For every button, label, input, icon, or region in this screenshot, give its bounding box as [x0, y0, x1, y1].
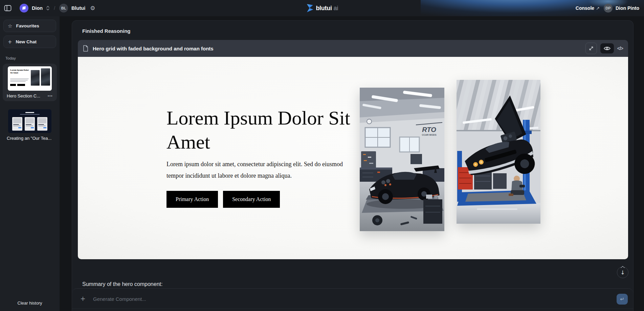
- clear-history-button[interactable]: Clear history: [0, 301, 60, 306]
- preview-toggle-button[interactable]: [600, 43, 614, 53]
- chat-item-menu-icon[interactable]: •••: [48, 94, 53, 98]
- hero-secondary-button[interactable]: Secondary Action: [223, 191, 280, 208]
- console-link[interactable]: Console ↗: [576, 5, 600, 11]
- plus-icon: +: [8, 39, 12, 45]
- chat-thumbnail-hero: Lorem Ipsum Dolor Sit Amet: [8, 66, 52, 91]
- file-icon: [83, 45, 88, 52]
- component-card: Hero grid with faded background and roma…: [78, 40, 628, 259]
- star-icon: ☆: [8, 23, 12, 29]
- chat-thumbnail-team: [8, 109, 51, 133]
- hero-heading: Lorem Ipsum Dolor Sit Amet: [166, 106, 361, 154]
- garage-sign-subtext: CCAR MODS: [422, 134, 436, 136]
- sidebar: ☆ Favourites + New Chat Today Lorem Ipsu…: [0, 16, 60, 311]
- component-card-header: Hero grid with faded background and roma…: [78, 40, 628, 57]
- hero-body: Lorem ipsum dolor sit amet, consectetur …: [166, 158, 344, 181]
- reasoning-status: Finished Reasoning: [82, 28, 131, 34]
- workspace-switcher-icon[interactable]: [46, 5, 50, 11]
- project-name[interactable]: Blutui: [71, 5, 85, 11]
- code-view-button[interactable]: </>: [617, 46, 623, 51]
- expand-button[interactable]: [585, 43, 597, 54]
- favourites-button[interactable]: ☆ Favourites: [3, 20, 56, 32]
- new-chat-button[interactable]: + New Chat: [3, 36, 56, 48]
- chat-item-hero-section[interactable]: Lorem Ipsum Dolor Sit Amet Hero Section …: [3, 64, 57, 101]
- component-title: Hero grid with faded background and roma…: [93, 46, 214, 51]
- hero-image-garage-car: RTO CCAR MODS: [360, 88, 444, 231]
- flag-icon: [22, 6, 26, 10]
- prompt-input[interactable]: [93, 293, 594, 305]
- hero-image-car-lift: [457, 80, 540, 224]
- sidebar-toggle-icon[interactable]: [4, 4, 12, 12]
- external-link-icon: ↗: [596, 6, 600, 11]
- garage-sign-text: RTO: [422, 126, 436, 133]
- settings-gear-icon[interactable]: ⚙: [90, 5, 95, 12]
- summary-text: Summary of the hero component:: [82, 281, 162, 287]
- hero-primary-button[interactable]: Primary Action: [166, 191, 218, 208]
- top-bar: Dion / BL Blutui ⚙ blutui ai Console ↗ D…: [0, 0, 644, 16]
- workspace-name[interactable]: Dion: [32, 5, 43, 11]
- user-avatar: DP: [604, 4, 613, 13]
- project-badge[interactable]: BL: [59, 4, 68, 13]
- breadcrumb-separator: /: [54, 5, 55, 11]
- section-label-today: Today: [5, 56, 60, 60]
- blutui-logo-icon: [306, 4, 313, 13]
- composer-divider: [72, 309, 633, 309]
- user-name: Dion Pinto: [616, 5, 639, 11]
- expand-icon: [589, 46, 594, 51]
- workspace-avatar[interactable]: [20, 4, 28, 13]
- account-menu[interactable]: DP Dion Pinto: [604, 4, 639, 13]
- eye-icon: [604, 46, 610, 51]
- brand-suffix: ai: [334, 5, 338, 12]
- chat-panel: Finished Reasoning Hero grid with faded …: [72, 20, 634, 311]
- brand-name: blutui: [316, 5, 332, 12]
- composer: + ↵: [72, 288, 633, 311]
- component-preview: Lorem Ipsum Dolor Sit Amet Lorem ipsum d…: [78, 57, 628, 259]
- scroll-to-bottom-button[interactable]: ↓: [617, 267, 628, 278]
- chat-item-our-team[interactable]: Creating an "Our Tea...: [3, 107, 57, 143]
- brand-logo: blutui ai: [306, 0, 338, 16]
- send-button[interactable]: ↵: [617, 294, 628, 305]
- attach-plus-icon[interactable]: +: [80, 295, 86, 302]
